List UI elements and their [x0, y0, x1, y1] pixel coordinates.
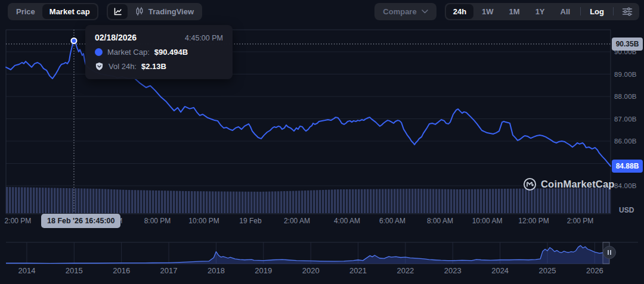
crosshair-value-badge: 90.35B: [612, 38, 643, 51]
chart-toolbar: Price Market cap TradingView Compare: [0, 0, 644, 23]
compare-button[interactable]: Compare: [374, 3, 436, 20]
separator: [580, 7, 581, 15]
line-chart-icon: [113, 7, 122, 16]
crosshair-time-badge: 18 Feb '26 16:45:00: [41, 214, 120, 228]
price-marketcap-toggle: Price Market cap: [8, 3, 98, 20]
coinmarketcap-chart-widget: Price Market cap TradingView Compare: [0, 0, 644, 284]
range-1w[interactable]: 1W: [475, 4, 501, 19]
candlestick-icon: [135, 7, 144, 16]
range-1m[interactable]: 1M: [502, 4, 527, 19]
tradingview-label: TradingView: [148, 7, 194, 16]
log-toggle[interactable]: Log: [584, 4, 610, 19]
tradingview-button[interactable]: TradingView: [128, 4, 201, 19]
tooltip-vol-label: Vol 24h:: [109, 62, 137, 71]
separator: [613, 7, 614, 15]
tooltip-marketcap-label: Market Cap:: [107, 48, 150, 57]
coinmarketcap-logo-icon: [523, 177, 537, 191]
chart-tooltip: 02/18/2026 4:45:00 PM Market Cap: $90.49…: [85, 25, 233, 79]
market-cap-series-icon: [95, 48, 103, 56]
range-all[interactable]: All: [553, 4, 578, 19]
tooltip-date: 02/18/2026: [95, 33, 137, 42]
coinmarketcap-watermark: CoinMarketCap: [523, 177, 615, 191]
sliders-icon: [622, 7, 633, 16]
chart-type-toggle: TradingView: [107, 3, 202, 20]
chevron-down-icon: [422, 10, 428, 14]
range-selector: 24h 1W 1M 1Y All Log: [445, 3, 639, 20]
tooltip-time: 4:45:00 PM: [185, 34, 223, 42]
navigator-resize-handle[interactable]: [603, 246, 616, 259]
chart-settings-button[interactable]: [617, 4, 638, 19]
line-chart-button[interactable]: [108, 4, 128, 19]
range-1y[interactable]: 1Y: [528, 4, 552, 19]
range-24h[interactable]: 24h: [446, 4, 473, 19]
last-value-badge: 84.88B: [612, 160, 643, 173]
tooltip-marketcap-value: $90.494B: [154, 48, 188, 57]
tooltip-vol-value: $2.13B: [141, 62, 166, 71]
tab-market-cap[interactable]: Market cap: [42, 4, 97, 19]
volume-shield-icon: [95, 62, 104, 71]
tab-price[interactable]: Price: [9, 4, 42, 19]
